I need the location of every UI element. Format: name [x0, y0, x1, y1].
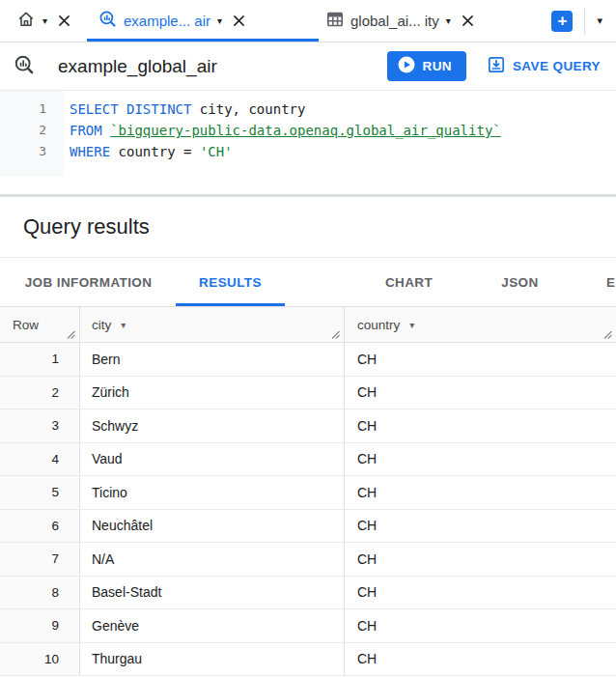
- save-query-button[interactable]: SAVE QUERY: [488, 56, 601, 76]
- country-cell: CH: [345, 643, 616, 676]
- results-tab-e[interactable]: E: [579, 258, 616, 306]
- query-icon: [98, 10, 117, 32]
- column-resize-handle[interactable]: [67, 330, 75, 339]
- home-icon: [16, 10, 36, 33]
- line-number: 2: [0, 120, 46, 141]
- table-row: 9GenèveCH: [0, 609, 616, 643]
- tab-label: example... air: [124, 13, 210, 29]
- country-cell: CH: [345, 577, 616, 609]
- chevron-down-icon[interactable]: ▾: [446, 16, 451, 26]
- row-number-cell: 8: [0, 577, 80, 609]
- table-row: 10ThurgauCH: [0, 643, 616, 677]
- country-cell: CH: [345, 510, 616, 543]
- country-cell: CH: [345, 443, 616, 476]
- country-cell: CH: [345, 609, 616, 642]
- city-cell: Thurgau: [80, 643, 345, 676]
- close-icon[interactable]: [58, 14, 70, 27]
- line-number: 1: [0, 99, 46, 120]
- city-cell: Zürich: [80, 377, 345, 409]
- save-icon: [488, 56, 505, 76]
- column-label: Row: [13, 318, 39, 332]
- column-header-row[interactable]: Row: [0, 307, 80, 342]
- code-text: FROM `bigquery-public-data.openaq.global…: [46, 120, 501, 141]
- add-tab-button[interactable]: +: [551, 11, 573, 32]
- query-icon: [14, 54, 35, 79]
- column-header-country[interactable]: country▾: [345, 307, 616, 342]
- tab-home[interactable]: ▾: [0, 0, 87, 42]
- row-number-cell: 5: [0, 476, 80, 509]
- column-header-city[interactable]: city▾: [80, 307, 345, 342]
- row-number-cell: 7: [0, 543, 80, 576]
- country-cell: CH: [345, 409, 616, 442]
- query-header: example_global_air RUN SAVE QUERY: [0, 42, 616, 90]
- chevron-down-icon[interactable]: ▾: [42, 16, 47, 26]
- results-table: Rowcity▾country▾ 1BernCH2ZürichCH3Schwyz…: [0, 307, 616, 676]
- table-row: 4VaudCH: [0, 443, 616, 477]
- table-row: 3SchwyzCH: [0, 409, 616, 443]
- results-header: Query results: [0, 197, 616, 258]
- row-number-cell: 4: [0, 443, 80, 476]
- country-cell: CH: [345, 377, 616, 409]
- code-text: SELECT DISTINCT city, country: [46, 99, 305, 120]
- code-line: 3WHERE country = 'CH': [0, 141, 616, 162]
- query-title: example_global_air: [58, 56, 217, 77]
- tab-table-global-air-quality[interactable]: global_ai... ity ▾: [319, 0, 485, 42]
- chevron-down-icon[interactable]: ▾: [217, 16, 222, 26]
- tab-query-example-global-air[interactable]: example... air ▾: [87, 0, 319, 42]
- table-row: 6NeuchâtelCH: [0, 510, 616, 544]
- city-cell: Schwyz: [80, 409, 345, 442]
- table-row: 1BernCH: [0, 343, 616, 377]
- code-lines: 1SELECT DISTINCT city, country2FROM `big…: [0, 91, 616, 162]
- country-cell: CH: [345, 343, 616, 376]
- tab-label: global_ai... ity: [350, 13, 439, 29]
- line-number: 3: [0, 141, 46, 162]
- table-header-row: Rowcity▾country▾: [0, 307, 616, 343]
- row-number-cell: 1: [0, 343, 80, 376]
- column-resize-handle[interactable]: [603, 330, 612, 339]
- code-line: 1SELECT DISTINCT city, country: [0, 99, 616, 120]
- country-cell: CH: [345, 543, 616, 576]
- row-number-cell: 9: [0, 609, 80, 642]
- sql-editor[interactable]: 1SELECT DISTINCT city, country2FROM `big…: [0, 90, 616, 177]
- table-row: 8Basel-StadtCH: [0, 577, 616, 610]
- chevron-down-icon[interactable]: ▾: [121, 320, 126, 330]
- results-tab-results[interactable]: RESULTS: [176, 258, 285, 306]
- country-cell: CH: [345, 476, 616, 509]
- city-cell: Bern: [80, 343, 345, 376]
- bigquery-console: ▾ example... air ▾: [0, 0, 616, 677]
- column-resize-handle[interactable]: [331, 330, 340, 339]
- row-number-cell: 2: [0, 377, 80, 409]
- results-tab-json[interactable]: JSON: [465, 258, 574, 306]
- table-body: 1BernCH2ZürichCH3SchwyzCH4VaudCH5TicinoC…: [0, 343, 616, 676]
- row-number-cell: 10: [0, 643, 80, 676]
- play-icon: [398, 56, 415, 76]
- table-row: 5TicinoCH: [0, 476, 616, 510]
- close-icon[interactable]: [233, 14, 245, 27]
- results-tab-bar: JOB INFORMATIONRESULTSCHARTJSONE: [0, 258, 616, 307]
- results-tab-chart[interactable]: CHART: [354, 258, 463, 306]
- row-number-cell: 3: [0, 409, 80, 442]
- code-text: WHERE country = 'CH': [46, 141, 233, 162]
- run-button[interactable]: RUN: [387, 51, 466, 81]
- results-tab-job-information[interactable]: JOB INFORMATION: [4, 258, 173, 306]
- column-label: city: [92, 318, 111, 332]
- city-cell: Basel-Stadt: [80, 577, 345, 609]
- city-cell: Neuchâtel: [80, 510, 345, 543]
- column-label: country: [357, 318, 400, 332]
- query-results-heading: Query results: [23, 214, 150, 240]
- chevron-down-icon[interactable]: ▾: [597, 15, 602, 26]
- table-row: 2ZürichCH: [0, 377, 616, 410]
- code-line: 2FROM `bigquery-public-data.openaq.globa…: [0, 120, 616, 141]
- city-cell: Ticino: [80, 476, 345, 509]
- table-icon: [326, 11, 344, 32]
- tab-bar-actions: + ▾: [551, 0, 616, 42]
- city-cell: N/A: [80, 543, 345, 576]
- chevron-down-icon[interactable]: ▾: [409, 320, 414, 330]
- divider: [584, 8, 585, 35]
- close-icon[interactable]: [462, 14, 474, 27]
- city-cell: Genève: [80, 609, 345, 642]
- tab-bar: ▾ example... air ▾: [0, 0, 616, 42]
- row-number-cell: 6: [0, 510, 80, 543]
- table-row: 7N/ACH: [0, 543, 616, 577]
- city-cell: Vaud: [80, 443, 345, 476]
